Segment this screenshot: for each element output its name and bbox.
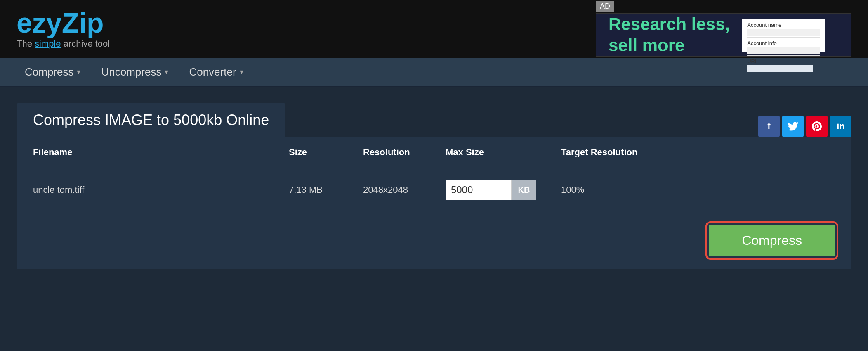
ad-field-url: URL: [747, 58, 820, 74]
main-nav: Compress ▾ Uncompress ▾ Converter ▾: [0, 58, 868, 87]
header: ezyZip The simple archive tool AD Resear…: [0, 0, 868, 58]
content-panel: Filename Size Resolution Max Size Target…: [17, 137, 851, 269]
logo-suffix: Zip: [62, 7, 104, 38]
col-header-size: Size: [289, 147, 363, 158]
pinterest-button[interactable]: [806, 116, 828, 137]
nav-compress-label: Compress: [25, 66, 73, 78]
page-title-card: Compress IMAGE to 5000kb Online: [17, 103, 285, 137]
facebook-button[interactable]: f: [758, 116, 780, 137]
col-header-maxsize: Max Size: [446, 147, 561, 158]
cell-maxsize: KB: [446, 180, 561, 200]
col-header-filename: Filename: [33, 147, 289, 158]
table-row: uncle tom.tiff 7.13 MB 2048x2048 KB 100%: [17, 168, 851, 212]
maxsize-input[interactable]: [446, 180, 512, 200]
ad-field-account-info: Account info: [747, 40, 820, 56]
ad-headline: Research less, sell more: [609, 14, 730, 56]
logo-tagline: The simple archive tool: [17, 38, 110, 49]
bottom-action-row: Compress: [17, 212, 851, 269]
maxsize-unit: KB: [512, 180, 536, 200]
twitter-button[interactable]: [782, 116, 804, 137]
nav-converter-label: Converter: [189, 66, 236, 78]
compress-button[interactable]: Compress: [709, 225, 835, 256]
ad-form-preview: Account name Account info URL: [742, 19, 825, 52]
ad-field-account-name: Account name: [747, 22, 820, 38]
ad-headline-line1: Research less,: [609, 14, 730, 34]
nav-converter-arrow: ▾: [240, 67, 243, 76]
linkedin-button[interactable]: in: [830, 116, 851, 137]
nav-compress[interactable]: Compress ▾: [17, 62, 89, 83]
ad-badge: AD: [596, 1, 614, 12]
logo-area: ezyZip The simple archive tool: [17, 9, 110, 49]
nav-uncompress[interactable]: Uncompress ▾: [93, 62, 177, 83]
cell-targetres: 100%: [561, 185, 835, 195]
logo-prefix: ezy: [17, 7, 62, 38]
nav-converter[interactable]: Converter ▾: [181, 62, 251, 83]
social-buttons: f in: [758, 116, 851, 137]
tagline-suffix: archive tool: [61, 38, 110, 49]
col-header-targetres: Target Resolution: [561, 147, 835, 158]
page-title: Compress IMAGE to 5000kb Online: [33, 111, 269, 129]
nav-uncompress-arrow: ▾: [165, 67, 168, 76]
main-content: Compress IMAGE to 5000kb Online f in Fil…: [0, 87, 868, 269]
table-header: Filename Size Resolution Max Size Target…: [17, 137, 851, 168]
ad-headline-line2: sell more: [609, 36, 684, 55]
ad-banner: Research less, sell more Account name Ac…: [596, 13, 851, 57]
logo: ezyZip: [17, 9, 110, 37]
cell-resolution: 2048x2048: [363, 185, 446, 195]
tagline-prefix: The: [17, 38, 35, 49]
cell-size: 7.13 MB: [289, 185, 363, 195]
tagline-highlight: simple: [35, 38, 61, 49]
ad-area: AD Research less, sell more Account name…: [596, 1, 851, 57]
cell-filename: uncle tom.tiff: [33, 185, 289, 195]
nav-compress-arrow: ▾: [77, 67, 80, 76]
col-header-resolution: Resolution: [363, 147, 446, 158]
nav-uncompress-label: Uncompress: [101, 66, 161, 78]
